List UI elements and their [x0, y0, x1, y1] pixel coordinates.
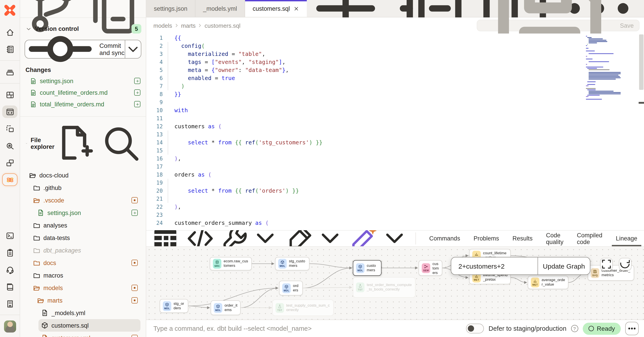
line-number: 6 — [146, 74, 168, 82]
tree-item-data-tests[interactable]: data-tests — [20, 232, 146, 244]
refresh-graph-button[interactable] — [619, 258, 632, 270]
line-number: 5 — [146, 66, 168, 74]
breadcrumb-segment[interactable]: models — [154, 22, 172, 29]
layout-icon[interactable] — [2, 88, 18, 101]
stage-plus-badge[interactable] — [134, 101, 140, 107]
stage-plus-badge[interactable] — [134, 78, 140, 84]
fullscreen-button[interactable] — [600, 258, 613, 270]
lineage-node-test-order-items-compute-to-bools-correc[interactable]: TSTtest_order_items_compute_to_bools_cor… — [353, 277, 416, 298]
code-editor[interactable]: 1{{2 config(3 materialized = "table",4 t… — [146, 33, 644, 230]
changed-file-row[interactable]: count_lifetime_orders.md — [20, 87, 146, 98]
tree-item-customers-yml[interactable]: customers.yml — [20, 332, 146, 337]
copilot-icon[interactable] — [2, 173, 18, 186]
badge-kind-label: SVQ — [592, 274, 598, 277]
tree-item-models[interactable]: models — [20, 282, 146, 294]
modified-dot-badge[interactable] — [132, 285, 138, 291]
lineage-node-customers[interactable]: SEMcustomers — [418, 260, 442, 276]
book-icon[interactable] — [2, 280, 18, 293]
clipboard-icon[interactable] — [2, 246, 18, 259]
drawer-icon[interactable] — [2, 66, 18, 78]
terminal-icon[interactable] — [2, 229, 18, 242]
file-explorer-header[interactable]: File explorer — [20, 116, 146, 166]
notebook-icon[interactable] — [2, 43, 18, 55]
node-label: customers — [367, 264, 378, 272]
close-tab-icon[interactable] — [294, 5, 299, 11]
badge-kind-label: MDL — [357, 269, 363, 272]
panel-tab-problems[interactable]: Problems — [467, 231, 506, 246]
save-button[interactable]: Save — [477, 20, 640, 31]
lineage-node-ecom-raw-customers[interactable]: SRCecom.raw_customers — [210, 257, 252, 270]
tree-item--vscode[interactable]: .vscode — [20, 194, 146, 207]
home-icon[interactable] — [2, 26, 18, 38]
tree-item-marts[interactable]: marts — [20, 294, 146, 307]
tree-item-settings-json[interactable]: settings.json — [20, 207, 146, 219]
line-number: 1 — [146, 34, 168, 42]
defer-toggle[interactable] — [466, 324, 484, 334]
tree-item-customers-sql[interactable]: customers.sql — [20, 319, 146, 332]
lineage-graph[interactable]: SRCecom.raw_customersMDLstg_customersMDL… — [146, 246, 644, 320]
folder-open-icon — [33, 284, 40, 292]
panel-tab-commands[interactable]: Commands — [422, 231, 467, 246]
tab--models-yml[interactable]: _models.yml — [196, 0, 245, 17]
user-avatar[interactable] — [4, 321, 16, 333]
tree-item--models-yml[interactable]: _models.yml — [20, 307, 146, 319]
tab-settings-json[interactable]: settings.json — [146, 0, 196, 17]
stage-plus-badge[interactable] — [132, 210, 138, 216]
lineage-node-stg-orders[interactable]: MDLstg_orders — [160, 299, 188, 313]
lineage-node-test-supply-costs-sum-correctly[interactable]: TSTtest_supply_costs_sum_correctly — [272, 300, 334, 316]
help-icon[interactable]: ? — [571, 325, 578, 332]
code-editor-icon[interactable] — [2, 105, 18, 118]
line-content: {{ — [168, 34, 644, 42]
panel-tab-compiled-code[interactable]: Compiled code — [570, 231, 609, 246]
folder-icon — [33, 234, 40, 241]
compare-icon[interactable] — [2, 156, 18, 169]
status-ready-pill[interactable]: Ready — [582, 323, 621, 335]
commit-and-sync-button[interactable]: Commit and sync — [24, 40, 141, 58]
tree-item-dbt-packages[interactable]: dbt_packages — [20, 244, 146, 257]
code-line: 19 — [146, 179, 644, 187]
scrollbar-thumb[interactable] — [639, 34, 644, 90]
tree-item--github[interactable]: .github — [20, 181, 146, 194]
line-number: 14 — [146, 139, 168, 147]
tree-item-analyses[interactable]: analyses — [20, 219, 146, 232]
lineage-search-input[interactable]: 2+customers+2 — [451, 258, 538, 275]
new-file-icon[interactable] — [54, 123, 95, 164]
select-window-icon[interactable] — [2, 122, 18, 135]
panel-tab-lineage[interactable]: Lineage — [609, 231, 644, 246]
lineage-node-stg-customers[interactable]: MDLstg_customers — [275, 257, 310, 270]
command-input[interactable] — [152, 325, 462, 333]
breadcrumb-segment[interactable]: customers.sql — [204, 22, 240, 29]
changed-file-row[interactable]: total_lifetime_orders.md — [20, 98, 146, 110]
breadcrumb-segment[interactable]: marts — [181, 22, 196, 29]
panel-tab-code-quality[interactable]: Code quality — [539, 231, 570, 246]
stage-plus-badge[interactable] — [134, 89, 140, 96]
panel-tab-results[interactable]: Results — [506, 231, 539, 246]
line-content: enabled = true — [168, 74, 644, 82]
lineage-node-order-items[interactable]: MDLorder_items — [211, 300, 240, 315]
tree-item-label: dbt_packages — [44, 247, 81, 254]
modified-dot-badge[interactable] — [132, 260, 138, 266]
tree-item-docs[interactable]: docs — [20, 257, 146, 269]
modified-dot-badge[interactable] — [132, 297, 138, 304]
building-icon[interactable] — [2, 297, 18, 310]
search-icon[interactable] — [100, 123, 141, 164]
insights-icon[interactable] — [2, 139, 18, 152]
lineage-node-customers[interactable]: MDLcustomers — [353, 260, 382, 276]
more-actions-button[interactable] — [625, 322, 639, 335]
modified-dot-badge[interactable] — [132, 197, 138, 203]
semfork-icon — [424, 264, 428, 268]
tree-item-macros[interactable]: macros — [20, 269, 146, 282]
code-line: 11 — [146, 114, 644, 122]
lineage-node-orders[interactable]: MDLorders — [279, 281, 303, 296]
file-icon — [30, 89, 37, 96]
line-content: ), — [168, 155, 644, 163]
tab-customers-sql[interactable]: customers.sql — [245, 0, 307, 17]
commit-options-caret[interactable] — [125, 40, 141, 58]
headset-icon[interactable] — [2, 263, 18, 276]
lineage-node-average-order-value[interactable]: METaverage_order_value — [528, 276, 568, 289]
update-graph-button[interactable]: Update Graph — [538, 258, 590, 275]
modified-dot-badge[interactable] — [132, 335, 138, 337]
minimap[interactable] — [586, 36, 620, 100]
tree-item-docs-cloud[interactable]: docs-cloud — [20, 169, 146, 181]
badge-kind-label: SRC — [214, 265, 220, 267]
